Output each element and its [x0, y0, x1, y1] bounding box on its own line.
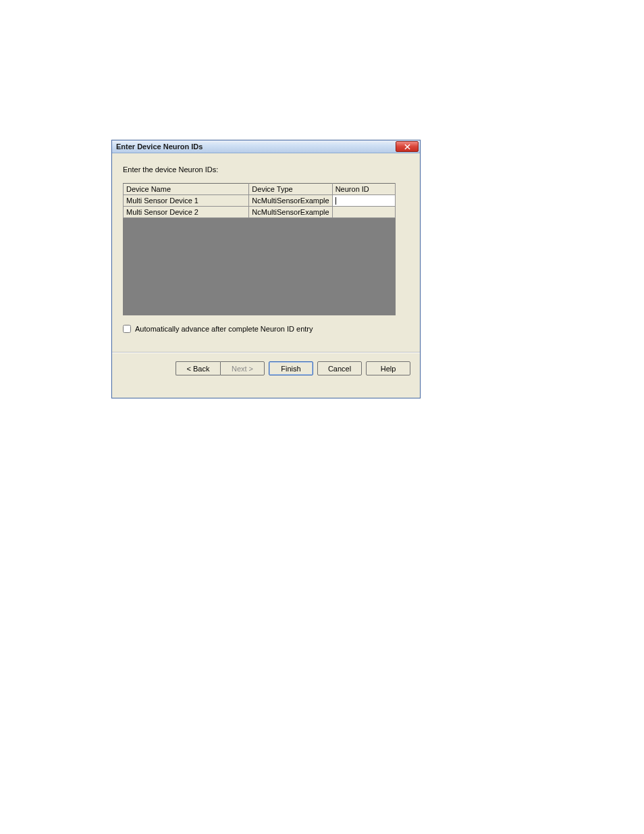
instruction-text: Enter the device Neuron IDs: — [123, 165, 410, 174]
finish-button[interactable]: Finish — [269, 361, 313, 375]
close-button[interactable] — [396, 141, 419, 152]
col-device-type[interactable]: Device Type — [249, 184, 332, 195]
dialog-title: Enter Device Neuron IDs — [116, 142, 203, 151]
device-table-wrap: Device Name Device Type Neuron ID Multi … — [123, 183, 396, 315]
nav-button-group: < Back Next > — [176, 361, 265, 375]
close-icon — [404, 144, 410, 150]
cell-neuron-id[interactable] — [332, 207, 395, 218]
col-device-name[interactable]: Device Name — [124, 184, 249, 195]
button-row: < Back Next > Finish Cancel Help — [112, 353, 420, 375]
device-table: Device Name Device Type Neuron ID Multi … — [123, 183, 396, 218]
cell-device-type[interactable]: NcMultiSensorExample — [249, 195, 332, 207]
col-neuron-id[interactable]: Neuron ID — [332, 184, 395, 195]
content-area: Enter the device Neuron IDs: Device Name… — [112, 153, 420, 333]
table-row: Multi Sensor Device 2 NcMultiSensorExamp… — [124, 207, 396, 218]
table-header-row: Device Name Device Type Neuron ID — [124, 184, 396, 195]
cancel-button[interactable]: Cancel — [317, 361, 362, 375]
cell-device-name[interactable]: Multi Sensor Device 2 — [124, 207, 249, 218]
auto-advance-checkbox[interactable] — [123, 325, 131, 333]
cell-neuron-id[interactable] — [332, 195, 395, 207]
table-row: Multi Sensor Device 1 NcMultiSensorExamp… — [124, 195, 396, 207]
titlebar: Enter Device Neuron IDs — [112, 140, 420, 153]
back-button[interactable]: < Back — [176, 361, 220, 375]
auto-advance-row[interactable]: Automatically advance after complete Neu… — [123, 325, 410, 333]
dialog-window: Enter Device Neuron IDs Enter the device… — [111, 140, 421, 398]
cell-device-type[interactable]: NcMultiSensorExample — [249, 207, 332, 218]
next-button: Next > — [220, 361, 265, 375]
help-button[interactable]: Help — [366, 361, 410, 375]
cell-device-name[interactable]: Multi Sensor Device 1 — [124, 195, 249, 207]
auto-advance-label: Automatically advance after complete Neu… — [135, 325, 313, 333]
text-cursor-icon — [336, 197, 336, 205]
